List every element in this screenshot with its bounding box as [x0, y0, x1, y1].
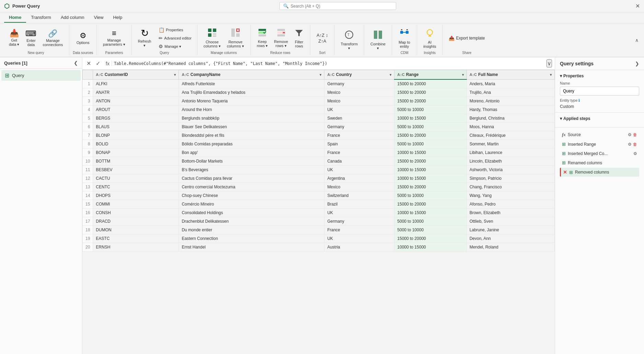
formula-input[interactable]: [114, 61, 544, 66]
export-template-icon: 📤: [449, 35, 455, 41]
row-num: 4: [83, 106, 93, 114]
table-row: 8 BOLID Bólido Comidas preparadas Spain …: [83, 140, 555, 148]
cell-country: Mexico: [324, 183, 394, 191]
choose-columns-icon: [207, 28, 217, 39]
applied-step-inserted-merged-co[interactable]: ⊞ Inserted Merged Co... ⚙: [560, 149, 639, 158]
remove-columns-button[interactable]: Removecolumns ▾: [224, 26, 247, 50]
transform-items: T Transform▾: [338, 26, 360, 54]
cell-fullname: Trujillo, Ana: [467, 88, 554, 97]
get-data-button[interactable]: 📥 Getdata ▾: [6, 26, 22, 50]
cell-companyname: Chop-suey Chinese: [179, 191, 324, 200]
manage-parameters-button[interactable]: ≡ Manageparameters ▾: [100, 26, 128, 50]
advanced-editor-button[interactable]: ✏ Advanced editor: [157, 34, 194, 42]
properties-button[interactable]: 📋 Properties: [157, 26, 194, 34]
step-actions: ⚙ 🗑: [628, 142, 637, 147]
applied-step-renamed-columns[interactable]: ⊞ Renamed columns: [560, 158, 639, 167]
ribbon-group-combine: Combine▾: [364, 25, 392, 55]
step-table-icon: ⊞: [562, 142, 566, 147]
cell-fullname: Devon, Ann: [467, 234, 554, 243]
options-button[interactable]: ⚙ Options: [74, 26, 92, 50]
query-item[interactable]: ⊞ Query: [1, 70, 81, 81]
cell-companyname: Blauer See Delikatessen: [179, 123, 324, 131]
formula-cancel-button[interactable]: ✕: [85, 60, 92, 67]
ribbon-group-parameters: ≡ Manageparameters ▾ Parameters: [97, 25, 132, 55]
row-num: 10: [83, 157, 93, 166]
step-label: Renamed columns: [568, 161, 635, 165]
insights-label: Insights: [424, 51, 436, 55]
svg-rect-27: [406, 29, 408, 30]
tab-home[interactable]: Home: [4, 13, 26, 23]
parameters-items: ≡ Manageparameters ▾: [100, 26, 128, 50]
cell-fullname: Berglund, Christina: [467, 114, 554, 123]
ribbon-collapse-button[interactable]: ∧: [632, 36, 641, 44]
step-delete-button[interactable]: 🗑: [633, 142, 637, 147]
col-country-header[interactable]: A↕C Country ▾: [324, 70, 394, 80]
step-delete-button[interactable]: 🗑: [633, 132, 637, 137]
applied-step-inserted-range[interactable]: ⊞ Inserted Range ⚙ 🗑: [560, 140, 639, 148]
transform-button[interactable]: T Transform▾: [338, 29, 360, 52]
map-to-entity-button[interactable]: Map toentity: [395, 26, 413, 50]
choose-columns-button[interactable]: Choosecolumns ▾: [201, 26, 223, 50]
filter-rows-button[interactable]: Filterrows: [291, 26, 307, 50]
query-item-label: Query: [12, 73, 24, 78]
cell-customerid: BONAP: [93, 148, 179, 157]
tab-help[interactable]: Help: [108, 13, 127, 23]
settings-expand-button[interactable]: ❯: [635, 61, 639, 66]
cell-customerid: CONSH: [93, 209, 179, 217]
cell-country: UK: [324, 166, 394, 174]
table-row: 6 BLAUS Blauer See Delikatessen Germany …: [83, 123, 555, 131]
step-gear-button[interactable]: ⚙: [628, 142, 632, 147]
row-num: 12: [83, 174, 93, 183]
manage-connections-button[interactable]: 🔗 Manageconnections: [40, 26, 66, 50]
ai-insights-button[interactable]: AIinsights: [421, 26, 439, 50]
manage-button[interactable]: ⚙ Manage ▾: [157, 43, 194, 50]
step-actions: ⚙: [633, 151, 637, 156]
name-input[interactable]: [560, 87, 639, 96]
table-row: 11 BESBEV B's Beverages UK 10000 to 1500…: [83, 166, 555, 174]
svg-rect-9: [236, 33, 240, 37]
col-customerid-header[interactable]: A↕C CustomerID ▾: [93, 70, 179, 80]
refresh-button[interactable]: ↻ Refresh▾: [135, 26, 154, 50]
row-num: 15: [83, 200, 93, 209]
data-table-container[interactable]: A↕C CustomerID ▾ A↕C CompanyName ▾: [82, 70, 555, 354]
search-input[interactable]: [291, 4, 392, 9]
search-icon: 🔍: [283, 3, 289, 9]
cell-customerid: BLONP: [93, 131, 179, 140]
tab-add-column[interactable]: Add column: [56, 13, 89, 23]
tab-view[interactable]: View: [89, 13, 108, 23]
applied-step-removed-columns[interactable]: ✕ ⊞ Removed columns: [560, 168, 639, 177]
cell-companyname: Cactus Comidas para llevar: [179, 174, 324, 183]
formula-confirm-button[interactable]: ✓: [94, 60, 102, 67]
tab-transform[interactable]: Transform: [26, 13, 56, 23]
close-button[interactable]: ✕: [635, 3, 640, 9]
applied-step-source[interactable]: fx Source ⚙ 🗑: [560, 130, 639, 139]
cell-fullname: Labrune, Janine: [467, 226, 554, 234]
sort-buttons[interactable]: A↑Z ↕ Z↑A: [314, 31, 331, 45]
enter-data-button[interactable]: ⌨ Enterdata: [23, 26, 39, 50]
combine-icon: [373, 30, 383, 41]
ribbon-group-transform: T Transform▾: [334, 25, 364, 55]
entity-type-info[interactable]: ℹ: [578, 98, 580, 102]
combine-button[interactable]: Combine▾: [368, 29, 388, 52]
col-companyname-header[interactable]: A↕C CompanyName ▾: [179, 70, 324, 80]
queries-collapse-button[interactable]: ❮: [74, 60, 78, 66]
properties-title: ▾ Properties: [560, 74, 639, 78]
search-container: 🔍: [279, 2, 396, 10]
formula-expand-button[interactable]: ∨: [547, 59, 552, 67]
ribbon-group-share: 📤 Export template Share: [442, 25, 491, 55]
settings-header: Query settings ❯: [555, 57, 644, 70]
new-query-label: New query: [28, 51, 44, 55]
row-num: 13: [83, 183, 93, 191]
cell-fullname: Brown, Elizabeth: [467, 209, 554, 217]
export-template-button[interactable]: 📤 Export template: [446, 34, 487, 42]
search-box[interactable]: 🔍: [279, 2, 396, 10]
col-fullname-header[interactable]: A↕C Full Name ▾: [467, 70, 554, 80]
options-icon: ⚙: [80, 32, 87, 40]
step-gear-button[interactable]: ⚙: [633, 151, 637, 156]
keep-rows-button[interactable]: Keeprows ▾: [254, 26, 271, 50]
col-range-header[interactable]: A↕C Range ▾: [394, 70, 467, 80]
cell-customerid: BESBEV: [93, 166, 179, 174]
step-gear-button[interactable]: ⚙: [628, 132, 632, 137]
remove-rows-button[interactable]: Removerows ▾: [271, 26, 291, 50]
cell-customerid: BOTTM: [93, 157, 179, 166]
